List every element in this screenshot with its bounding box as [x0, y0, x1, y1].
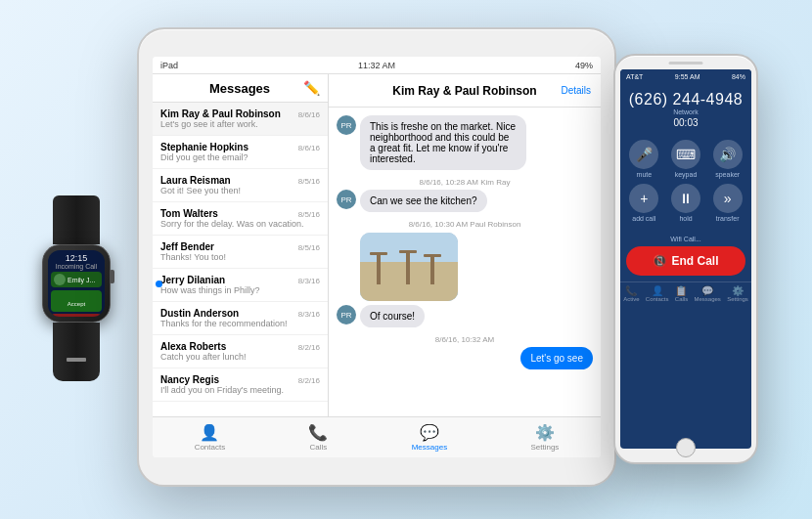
ipad-status-center: 11:32 AM — [358, 61, 395, 70]
list-item[interactable]: Nancy Regis 8/2/16 I'll add you on Frida… — [153, 368, 328, 402]
speaker-button[interactable]: 🔊 speaker — [709, 140, 745, 178]
svg-rect-4 — [399, 250, 417, 253]
chat-timestamp: 8/6/16, 10:32 AM — [337, 335, 593, 344]
message-preview: Did you get the email? — [160, 152, 320, 162]
message-preview: Let's go see it after work. — [160, 119, 320, 129]
messages-icon-phone: 💬 — [701, 285, 713, 296]
watch-decline-button[interactable]: Decline — [51, 314, 102, 317]
keypad-label: keypad — [675, 171, 698, 178]
message-preview: Got it! See you then! — [160, 186, 320, 195]
hold-button[interactable]: ⏸ hold — [668, 184, 704, 222]
list-item[interactable]: Laura Reisman 8/5/16 Got it! See you the… — [153, 169, 328, 202]
contact-name: Tom Walters — [160, 208, 218, 219]
watch-avatar — [54, 274, 66, 285]
contact-name: Dustin Anderson — [160, 308, 239, 319]
avatar: PR — [337, 305, 356, 324]
add-call-icon: + — [629, 184, 658, 213]
wifi-call-label: Wifi Call... — [626, 236, 745, 242]
call-type: Network — [626, 108, 745, 115]
home-button[interactable] — [676, 438, 696, 457]
nav-item-calls[interactable]: 📞 Calls — [308, 423, 328, 452]
watch-time: 12:15 — [48, 250, 105, 263]
iphone-nav-calls[interactable]: 📋 Calls — [675, 285, 688, 302]
contact-name: Kim Ray & Paul Robinson — [160, 108, 281, 119]
ipad-screen: iPad 11:32 AM 49% Messages ✏️ Kim Ray & … — [153, 57, 601, 457]
end-call-button[interactable]: 📵 End Call — [626, 246, 745, 276]
iphone-nav-active[interactable]: 📞 Active — [623, 285, 639, 302]
contact-date: 8/5/16 — [298, 177, 320, 186]
settings-icon-phone: ⚙️ — [732, 285, 744, 296]
ipad-status-bar: iPad 11:32 AM 49% — [153, 57, 601, 74]
speaker-label: speaker — [715, 171, 740, 178]
calls-icon: 📞 — [308, 423, 328, 442]
iphone-bottom-nav: 📞 Active 👤 Contacts 📋 Calls 💬 Messages ⚙… — [620, 281, 751, 305]
messages-icon: 💬 — [420, 423, 439, 442]
list-item[interactable]: Alexa Roberts 8/2/16 Catch you after lun… — [153, 335, 328, 368]
mute-button[interactable]: 🎤 mute — [626, 140, 662, 178]
ipad-body: Messages ✏️ Kim Ray & Paul Robinson 8/6/… — [153, 74, 601, 416]
transfer-button[interactable]: » transfer — [709, 184, 745, 222]
ipad-device: iPad 11:32 AM 49% Messages ✏️ Kim Ray & … — [137, 27, 616, 487]
list-item[interactable]: Jeff Bender 8/5/16 Thanks! You too! — [153, 236, 328, 269]
ipad-bottom-nav: 👤 Contacts 📞 Calls 💬 Messages ⚙️ Setting… — [153, 416, 601, 457]
settings-icon: ⚙️ — [535, 423, 555, 442]
controls-grid: 🎤 mute ⌨ keypad 🔊 speaker + add call ⏸ — [626, 140, 745, 222]
nav-label-calls: Calls — [310, 443, 328, 452]
iphone-nav-contacts[interactable]: 👤 Contacts — [646, 285, 669, 302]
contact-name: Stephanie Hopkins — [160, 142, 248, 152]
iphone-nav-settings[interactable]: ⚙️ Settings — [727, 285, 748, 302]
calls-icon-phone: 📋 — [675, 285, 687, 296]
active-label: Active — [623, 296, 639, 302]
chat-contact-name: Kim Ray & Paul Robinson — [392, 84, 536, 98]
nav-label-settings: Settings — [530, 443, 559, 452]
chat-timestamp: 8/6/16, 10:28 AM Kim Ray — [337, 178, 593, 187]
chat-image — [360, 233, 458, 301]
contacts-icon-phone: 👤 — [652, 285, 663, 296]
compose-icon[interactable]: ✏️ — [303, 80, 320, 96]
messages-header: Messages ✏️ — [153, 74, 328, 103]
apple-watch: 12:15 Incoming Call Emily J... Accept De… — [27, 195, 125, 391]
contact-date: 8/2/16 — [298, 343, 320, 352]
contact-date: 8/2/16 — [298, 376, 320, 385]
message-preview: Catch you after lunch! — [160, 352, 320, 362]
list-item[interactable]: Stephanie Hopkins 8/6/16 Did you get the… — [153, 136, 328, 169]
list-item[interactable]: Jerry Dilanian 8/3/16 How was things in … — [153, 269, 328, 302]
svg-rect-6 — [424, 254, 441, 257]
contact-name: Alexa Roberts — [160, 341, 226, 352]
transfer-label: transfer — [716, 215, 740, 222]
iphone-device: AT&T 9:55 AM 84% (626) 244-4948 Network … — [613, 54, 758, 464]
list-item[interactable]: Tom Walters 8/5/16 Sorry for the delay. … — [153, 202, 328, 236]
message-item-wrapper-1: Kim Ray & Paul Robinson 8/6/16 Let's go … — [153, 103, 328, 136]
details-link[interactable]: Details — [561, 85, 591, 96]
nav-item-contacts[interactable]: 👤 Contacts — [195, 423, 226, 452]
iphone-nav-messages[interactable]: 💬 Messages — [694, 285, 720, 302]
end-call-phone-icon: 📵 — [653, 254, 667, 268]
iphone-carrier: AT&T — [626, 73, 643, 80]
iphone-status-bar: AT&T 9:55 AM 84% — [620, 69, 751, 83]
contacts-label-phone: Contacts — [646, 296, 669, 302]
svg-rect-2 — [370, 252, 387, 255]
messages-label-phone: Messages — [694, 296, 720, 302]
watch-contact-button[interactable]: Emily J... — [51, 272, 102, 287]
avatar: PR — [337, 190, 356, 209]
contacts-icon: 👤 — [200, 423, 219, 442]
iphone-caller-info: (626) 244-4948 Network 00:03 — [620, 83, 751, 132]
watch-screen: 12:15 Incoming Call Emily J... Accept De… — [48, 250, 105, 317]
nav-item-messages[interactable]: 💬 Messages — [412, 423, 447, 452]
contact-date: 8/3/16 — [298, 310, 320, 319]
list-item[interactable]: Dustin Anderson 8/3/16 Thanks for the re… — [153, 302, 328, 335]
call-duration: 00:03 — [626, 117, 745, 128]
message-item-wrapper-7: Dustin Anderson 8/3/16 Thanks for the re… — [153, 302, 328, 335]
nav-label-contacts: Contacts — [195, 443, 226, 452]
watch-accept-button[interactable]: Accept — [51, 290, 102, 312]
svg-rect-3 — [377, 255, 381, 284]
list-item[interactable]: Kim Ray & Paul Robinson 8/6/16 Let's go … — [153, 103, 328, 136]
keypad-button[interactable]: ⌨ keypad — [668, 140, 704, 178]
caller-number: (626) 244-4948 — [626, 91, 745, 108]
nav-item-settings[interactable]: ⚙️ Settings — [530, 423, 559, 452]
chat-header: Kim Ray & Paul Robinson Details — [329, 74, 601, 108]
svg-rect-7 — [430, 257, 434, 284]
active-icon: 📞 — [625, 285, 637, 296]
add-call-button[interactable]: + add call — [626, 184, 662, 222]
message-bubble-sent: Let's go see — [520, 347, 593, 369]
